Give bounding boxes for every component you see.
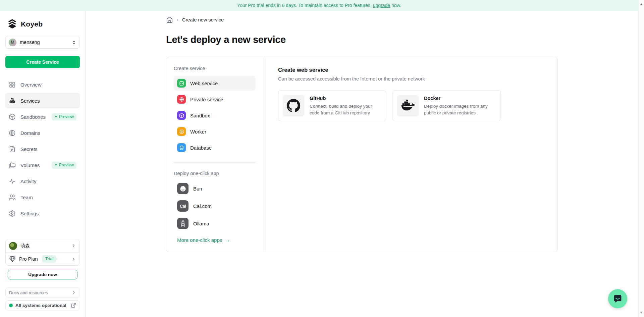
sidebar-item-domains[interactable]: Domains xyxy=(5,125,80,141)
breadcrumb-current: Create new service xyxy=(182,17,224,22)
deploy-card: Create service Web service xyxy=(166,57,558,252)
org-name: menseng xyxy=(20,40,40,45)
sparkle-icon: ✦ xyxy=(54,163,57,167)
main-area: › Create new service Let's deploy a new … xyxy=(86,11,638,317)
source-docker-card[interactable]: Docker Deploy docker images from any pub… xyxy=(392,90,501,121)
service-type-label: Sandbox xyxy=(190,113,210,118)
create-service-button[interactable]: Create Service xyxy=(5,56,80,68)
web-service-icon xyxy=(177,79,186,88)
external-link-icon xyxy=(71,303,76,308)
sparkle-icon: ✦ xyxy=(54,115,57,118)
breadcrumb: › Create new service xyxy=(166,16,558,23)
service-type-database[interactable]: Database xyxy=(174,140,256,155)
docs-label: Docs and resources xyxy=(9,290,48,295)
chat-widget-button[interactable] xyxy=(608,289,627,308)
box-icon xyxy=(9,113,16,120)
user-menu-row[interactable]: 萌森 xyxy=(6,239,79,252)
page-scrollbar[interactable] xyxy=(638,0,644,317)
github-icon xyxy=(283,95,304,116)
panel-subtitle: Can be accessed accessible from the Inte… xyxy=(278,76,543,82)
one-click-list: Bun Cal Cal.com xyxy=(174,181,256,230)
sidebar-item-sandboxes[interactable]: Sandboxes ✦Preview xyxy=(5,109,80,124)
upgrade-now-button[interactable]: Upgrade now xyxy=(8,270,77,279)
trial-banner: Your Pro trial ends in 6 days. To mainta… xyxy=(0,0,638,11)
sidebar-item-team[interactable]: Team xyxy=(5,190,80,205)
one-click-bun[interactable]: Bun xyxy=(174,181,256,196)
deployment-sources: GitHub Connect, build and deploy your co… xyxy=(278,90,543,121)
service-type-label: Web service xyxy=(190,81,218,86)
one-click-calcom[interactable]: Cal Cal.com xyxy=(174,199,256,213)
user-avatar xyxy=(9,242,17,250)
create-service-heading: Create service xyxy=(174,66,256,71)
one-click-ollama[interactable]: Ollama xyxy=(174,216,256,230)
sidebar-item-label: Sandboxes xyxy=(20,114,46,120)
sidebar-item-activity[interactable]: Activity xyxy=(5,173,80,189)
sidebar-item-label: Domains xyxy=(20,130,40,136)
sidebar-item-label: Activity xyxy=(20,178,37,184)
source-github-card[interactable]: GitHub Connect, build and deploy your co… xyxy=(278,90,386,121)
arrow-right-icon: → xyxy=(225,237,230,243)
sidebar-footer: 萌森 Pro Plan Trial Upgrade now Docs and r… xyxy=(5,239,80,310)
chat-bubble-icon xyxy=(613,294,623,304)
sidebar-item-label: Overview xyxy=(20,82,42,88)
service-type-web[interactable]: Web service xyxy=(174,76,256,91)
status-dot xyxy=(9,304,13,307)
system-status[interactable]: All systems operational xyxy=(5,300,80,310)
cubes-icon xyxy=(9,97,16,104)
chevron-right-icon xyxy=(71,290,76,295)
more-one-click-apps-link[interactable]: More one-click apps → xyxy=(174,237,233,243)
service-type-label: Worker xyxy=(190,129,206,135)
source-description: Deploy docker images from any public or … xyxy=(424,103,496,116)
brand[interactable]: Koyeb xyxy=(5,19,80,29)
plan-name: Pro Plan xyxy=(19,256,38,262)
trial-badge: Trial xyxy=(42,255,57,263)
chevron-right-icon xyxy=(71,243,76,248)
sidebar-item-volumes[interactable]: Volumes ✦Preview xyxy=(5,157,80,173)
service-type-private[interactable]: Private service xyxy=(174,92,256,107)
service-type-list: Web service Private service xyxy=(174,76,256,155)
service-type-worker[interactable]: Worker xyxy=(174,124,256,139)
grid-icon xyxy=(9,81,16,88)
gear-icon xyxy=(9,210,16,217)
one-click-label: Cal.com xyxy=(193,203,212,209)
brand-name: Koyeb xyxy=(21,20,43,28)
org-select[interactable]: M menseng xyxy=(5,36,80,49)
activity-pulse-icon xyxy=(9,178,16,185)
docs-resources[interactable]: Docs and resources xyxy=(5,287,80,298)
sidebar-item-label: Services xyxy=(20,98,40,104)
sidebar-item-settings[interactable]: Settings xyxy=(5,206,80,221)
select-updown-icon xyxy=(71,40,76,45)
trial-banner-text: Your Pro trial ends in 6 days. To mainta… xyxy=(237,3,373,8)
users-icon xyxy=(9,194,16,201)
source-description: Connect, build and deploy your code from… xyxy=(310,103,382,116)
preview-badge: ✦Preview xyxy=(52,113,76,120)
sidebar-item-services[interactable]: Services xyxy=(5,93,80,108)
sidebar-item-label: Settings xyxy=(20,211,39,216)
sidebar-item-secrets[interactable]: Secrets xyxy=(5,141,80,157)
service-type-sandbox[interactable]: Sandbox xyxy=(174,108,256,123)
home-icon[interactable] xyxy=(166,16,173,23)
one-click-label: Bun xyxy=(193,186,202,192)
sidebar: Koyeb M menseng Create Service Overview xyxy=(0,11,86,317)
scroll-up-arrow-icon[interactable] xyxy=(640,3,643,5)
sidebar-item-overview[interactable]: Overview xyxy=(5,77,80,92)
sandbox-icon xyxy=(177,111,186,120)
service-type-label: Private service xyxy=(190,97,223,102)
upgrade-link[interactable]: upgrade xyxy=(373,3,390,8)
sidebar-item-label: Secrets xyxy=(20,146,38,152)
file-key-icon xyxy=(9,146,16,153)
create-web-service-panel: Create web service Can be accessed acces… xyxy=(263,57,557,252)
docker-icon xyxy=(397,95,419,116)
plan-row[interactable]: Pro Plan Trial xyxy=(6,252,79,265)
calcom-monogram: Cal xyxy=(180,204,186,209)
one-click-label: Ollama xyxy=(193,221,209,226)
scroll-down-arrow-icon[interactable] xyxy=(640,312,643,314)
account-box: 萌森 Pro Plan Trial xyxy=(5,239,80,266)
private-service-icon xyxy=(177,95,186,104)
column-divider xyxy=(174,162,256,163)
chevron-right-icon xyxy=(71,257,76,262)
org-avatar: M xyxy=(9,39,16,46)
breadcrumb-separator-icon: › xyxy=(177,17,178,22)
app-frame: Koyeb M menseng Create Service Overview xyxy=(0,11,638,317)
trial-banner-text-after: now. xyxy=(390,3,401,8)
